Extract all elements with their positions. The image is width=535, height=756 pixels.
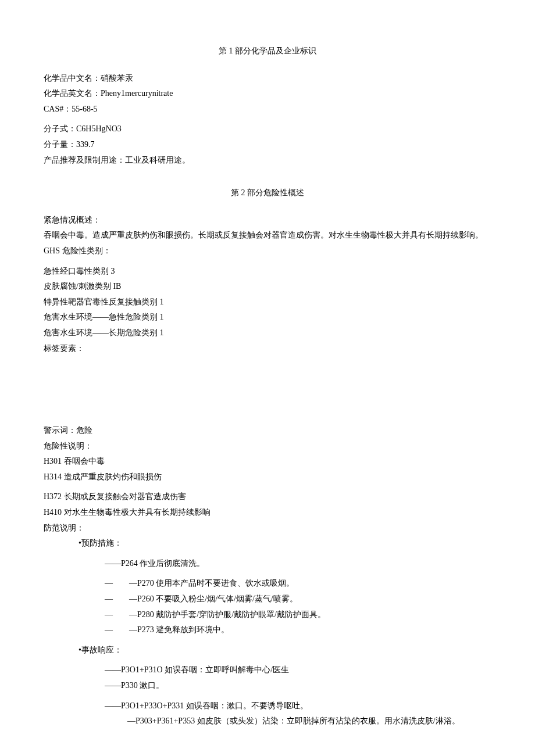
- hazard-statement: H372 长期或反复接触会对器官造成伤害: [44, 489, 491, 505]
- response-item: ——P3O1+P33O+P331 如误吞咽：漱口。不要诱导呕吐。: [44, 698, 491, 714]
- cas-label: CAS#：: [44, 105, 72, 113]
- chem-name-en: 化学品英文名：Pheny1mercurynitrate: [44, 86, 491, 102]
- prevention-item: — —P260 不要吸入粉尘/烟/气体/烟雾/蒸气/喷雾。: [44, 592, 491, 607]
- use-value: 工业及科研用途。: [125, 156, 190, 164]
- signal-word-value: 危险: [76, 426, 92, 435]
- use-label: 产品推荐及限制用途：: [44, 156, 125, 164]
- hazard-statement: H314 造成严重皮肤灼伤和眼损伤: [44, 470, 491, 485]
- prevention-item: — —P273 避免释放到环境中。: [44, 622, 491, 638]
- ghs-item: 特异性靶器官毒性反复接触类别 1: [44, 295, 491, 310]
- emergency-overview-text: 吞咽会中毒。造成严重皮肤灼伤和眼损伤。长期或反复接触会对器官造成伤害。对水生生物…: [44, 228, 491, 243]
- precaution-label: 防范说明：: [44, 521, 491, 536]
- mw-label: 分子量：: [44, 140, 76, 149]
- section-2-title: 第 2 部分危险性概述: [44, 185, 491, 201]
- hazard-statement: H301 吞咽会中毒: [44, 454, 491, 470]
- signal-word-label: 警示词：: [44, 426, 76, 435]
- chem-name-cn-value: 硝酸苯汞: [101, 74, 133, 83]
- ghs-item: 危害水生环境——长期危险类别 1: [44, 325, 491, 341]
- label-elements: 标签要素：: [44, 341, 491, 357]
- cas-number: CAS#：55-68-5: [44, 102, 491, 117]
- hazard-statement: H410 对水生生物毒性极大并具有长期持续影响: [44, 505, 491, 521]
- ghs-item: 急性经口毒性类别 3: [44, 264, 491, 280]
- chem-name-cn-label: 化学品中文名：: [44, 74, 101, 83]
- chem-name-en-value: Pheny1mercurynitrate: [101, 89, 173, 98]
- formula-value: C6H5HgNO3: [76, 124, 122, 133]
- mw-value: 339.7: [76, 140, 95, 149]
- prevention-item: ——P264 作业后彻底清洗。: [44, 556, 491, 572]
- formula-label: 分子式：: [44, 124, 76, 133]
- hazard-statement-label: 危险性说明：: [44, 439, 491, 454]
- response-item: ——P3O1+P31O 如误吞咽：立即呼叫解毒中心/医生: [44, 662, 491, 678]
- ghs-classification-label: GHS 危险性类别：: [44, 243, 491, 259]
- emergency-overview-label: 紧急情况概述：: [44, 213, 491, 228]
- molecular-weight: 分子量：339.7: [44, 137, 491, 153]
- response-item-wrap: —P303+P361+P353 如皮肤（或头发）沾染：立即脱掉所有沾染的衣服。用…: [44, 714, 491, 729]
- molecular-formula: 分子式：C6H5HgNO3: [44, 121, 491, 137]
- recommended-use: 产品推荐及限制用途：工业及科研用途。: [44, 153, 491, 169]
- cas-value: 55-68-5: [72, 105, 97, 113]
- ghs-item: 皮肤腐蚀/刺激类别 IB: [44, 279, 491, 295]
- prevention-item: — —P280 戴防护手套/穿防护服/戴防护眼罩/戴防护面具。: [44, 607, 491, 623]
- prevention-label: •预防措施：: [44, 536, 491, 551]
- chem-name-cn: 化学品中文名：硝酸苯汞: [44, 71, 491, 87]
- chem-name-en-label: 化学品英文名：: [44, 89, 101, 98]
- section-1-title: 第 1 部分化学品及企业标识: [44, 44, 491, 59]
- response-label: •事故响应：: [44, 643, 491, 658]
- signal-word: 警示词：危险: [44, 423, 491, 439]
- prevention-item: — —P270 使用本产品时不要进食、饮水或吸烟。: [44, 576, 491, 592]
- ghs-item: 危害水生环境——急性危险类别 1: [44, 310, 491, 325]
- response-item: ——P330 漱口。: [44, 678, 491, 694]
